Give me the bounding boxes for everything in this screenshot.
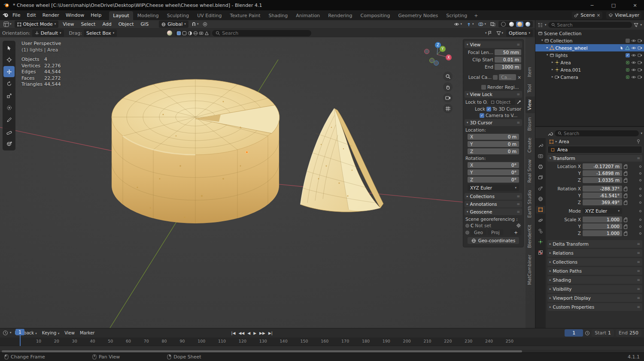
disable-render-icon[interactable] xyxy=(638,46,642,50)
grip-icon[interactable]: ≡ xyxy=(516,120,520,125)
sidebar-tab-earth-studio[interactable]: Earth Studio xyxy=(526,187,535,221)
expand-icon[interactable]: ▸ xyxy=(552,61,553,64)
object-name-field[interactable]: Area xyxy=(547,146,642,153)
expand-icon[interactable]: ▸ xyxy=(552,68,553,71)
shading-rendered-button[interactable] xyxy=(524,21,532,27)
filter-funnel-icon[interactable] xyxy=(634,23,638,27)
overlays-toggle[interactable]: ▾ xyxy=(477,21,487,27)
measure-tool[interactable] xyxy=(3,126,15,137)
animate-dot-icon[interactable] xyxy=(639,195,641,197)
shading-solid-button[interactable] xyxy=(508,21,515,27)
cursor-loc-y-field[interactable]: Y0 m xyxy=(468,141,519,147)
disable-render-icon[interactable] xyxy=(638,39,642,43)
pin-icon[interactable] xyxy=(636,139,641,144)
lock-icon[interactable] xyxy=(624,195,627,198)
hide-eye-icon[interactable] xyxy=(631,60,636,65)
properties-search[interactable] xyxy=(555,130,639,136)
marker-menu[interactable]: Marker xyxy=(78,330,97,336)
animate-dot-icon[interactable] xyxy=(639,179,641,181)
lock-icon[interactable] xyxy=(624,179,627,183)
frame-start-field[interactable]: Start1 xyxy=(592,329,614,337)
grip-icon[interactable]: ≡ xyxy=(516,210,520,214)
cursor-rot-z-field[interactable]: Z0° xyxy=(468,177,519,183)
cursor-tool[interactable] xyxy=(3,54,15,65)
viewlayer-selector[interactable]: ViewLayer xyxy=(606,12,641,19)
hide-eye-icon[interactable] xyxy=(631,46,636,50)
move-tool[interactable] xyxy=(3,66,15,77)
grip-icon[interactable]: ≡ xyxy=(637,251,640,255)
lock-icon[interactable] xyxy=(624,202,627,205)
proj-radio[interactable] xyxy=(465,231,469,235)
properties-editor-icon[interactable] xyxy=(547,131,553,136)
local-camera-checkbox[interactable] xyxy=(493,75,498,80)
cursor-rot-x-field[interactable]: X0° xyxy=(468,162,519,168)
menu-window[interactable]: Window xyxy=(63,11,87,19)
grip-icon[interactable]: ≡ xyxy=(637,296,640,300)
lock-icon[interactable] xyxy=(624,165,627,169)
animate-dot-icon[interactable] xyxy=(639,165,641,168)
panel-collections[interactable]: ▸Collections≡ xyxy=(547,258,642,266)
grip-icon[interactable]: ≡ xyxy=(516,42,520,47)
constraints-properties-tab[interactable] xyxy=(536,227,545,235)
animate-dot-icon[interactable] xyxy=(639,226,641,228)
add-cube-tool[interactable] xyxy=(3,138,15,149)
sidebar-tab-view[interactable]: View xyxy=(526,96,535,113)
panel-visibility[interactable]: ▸Visibility≡ xyxy=(547,285,642,293)
hide-eye-icon[interactable] xyxy=(631,39,636,43)
playhead[interactable]: 1 xyxy=(15,329,24,335)
exclude-checkbox[interactable] xyxy=(626,39,630,43)
geo-button[interactable]: Geo xyxy=(471,229,486,235)
outliner-row-area[interactable]: ▸ Area xyxy=(535,59,644,66)
disable-render-icon[interactable] xyxy=(638,75,642,79)
pan-control[interactable] xyxy=(443,82,453,92)
compositor-toggle-icon[interactable] xyxy=(204,31,209,36)
expand-icon[interactable]: ▸ xyxy=(547,46,548,49)
tab-layout[interactable]: Layout xyxy=(109,11,133,20)
add-workspace-button[interactable]: + xyxy=(471,11,480,20)
toggle-perspective-control[interactable] xyxy=(443,104,453,113)
scene-unlink-icon[interactable]: × xyxy=(597,13,600,18)
bookmark-dropdown[interactable]: ▾ xyxy=(484,30,493,36)
tab-animation[interactable]: Animation xyxy=(292,11,324,20)
scene-3d[interactable]: X Y Z xyxy=(0,37,535,328)
rotation-z-field[interactable]: 369.49° xyxy=(583,199,622,205)
animate-dot-icon[interactable] xyxy=(639,188,641,190)
grip-icon[interactable]: ≡ xyxy=(637,269,640,273)
jump-to-end-button[interactable]: ▶| xyxy=(268,331,273,335)
matcap-sphere-button[interactable] xyxy=(166,30,173,36)
menu-help[interactable]: Help xyxy=(88,11,104,19)
sidebar-tab-create[interactable]: Create xyxy=(526,135,535,156)
cursor-loc-z-field[interactable]: Z0 m xyxy=(468,148,519,154)
rotation-mode-dropdown[interactable]: XYZ Euler▾ xyxy=(583,208,622,214)
outline-toggle-icon[interactable] xyxy=(182,31,187,36)
outliner-row-area-001[interactable]: ▸ Area.001 xyxy=(535,66,644,73)
location-y-field[interactable]: -1.6898 m xyxy=(583,170,622,176)
outliner-row-camera[interactable]: ▸ Camera xyxy=(535,73,644,81)
panel-shading[interactable]: ▸Shading≡ xyxy=(547,276,642,284)
to-3d-cursor-checkbox[interactable]: ✓ xyxy=(486,107,491,111)
physics-properties-tab[interactable] xyxy=(536,217,545,224)
clear-icon[interactable]: × xyxy=(517,75,521,80)
gear-icon[interactable] xyxy=(516,223,521,228)
prev-keyframe-button[interactable]: ◀◀ xyxy=(238,331,244,335)
object-properties-tab[interactable] xyxy=(536,206,545,214)
timeline-ruler[interactable]: 1020304050607080901001101201301401501601… xyxy=(0,337,644,346)
cursor-rot-y-field[interactable]: Y0° xyxy=(468,169,519,175)
jump-to-start-button[interactable]: |◀ xyxy=(231,331,235,335)
panel-motion-paths[interactable]: ▸Motion Paths≡ xyxy=(547,267,642,275)
expand-icon[interactable]: ▾ xyxy=(547,54,548,57)
world-properties-tab[interactable] xyxy=(536,195,545,203)
location-x-field[interactable]: -0.17207 m xyxy=(583,163,622,169)
viewport-search[interactable] xyxy=(212,30,311,36)
grip-icon[interactable]: ≡ xyxy=(637,305,640,309)
panel-delta-transform[interactable]: ▸Delta Transform≡ xyxy=(547,240,642,248)
focal-length-field[interactable]: 50 mm xyxy=(495,49,521,55)
tab-texture-paint[interactable]: Texture Paint xyxy=(226,11,264,20)
shading-material-button[interactable] xyxy=(516,21,523,27)
tab-rendering[interactable]: Rendering xyxy=(324,11,356,20)
hide-eye-icon[interactable] xyxy=(631,75,636,79)
rotation-y-field[interactable]: -61.541° xyxy=(583,193,622,199)
menu-file[interactable]: File xyxy=(9,11,23,19)
shading-wireframe-button[interactable] xyxy=(500,21,507,27)
keying-menu[interactable]: Keying ▾ xyxy=(40,330,61,336)
